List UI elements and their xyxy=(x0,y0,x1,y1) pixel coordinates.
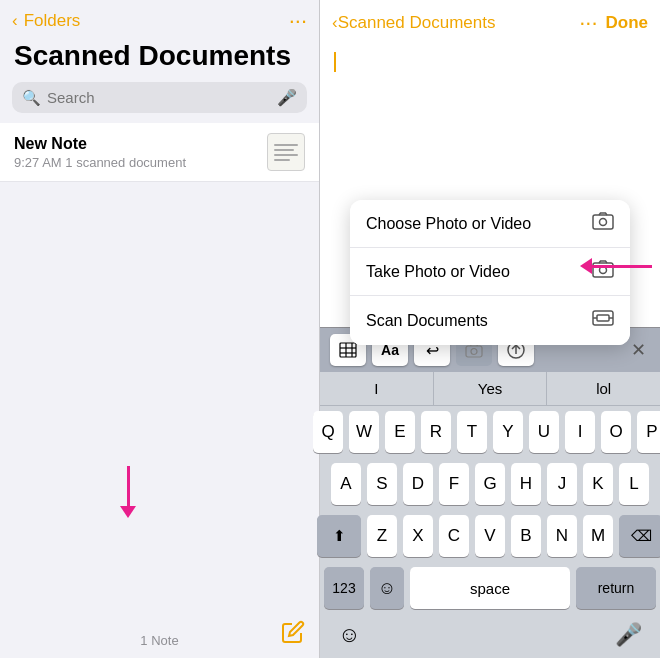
note-item-text: New Note 9:27 AM 1 scanned document xyxy=(14,135,257,170)
thumb-line xyxy=(274,154,298,156)
key-k[interactable]: K xyxy=(583,463,613,505)
thumb-line xyxy=(274,144,298,146)
note-item[interactable]: New Note 9:27 AM 1 scanned document xyxy=(0,123,319,182)
key-u[interactable]: U xyxy=(529,411,559,453)
right-more-button[interactable]: ··· xyxy=(579,10,597,36)
arrow-shaft-right xyxy=(592,265,652,268)
key-l[interactable]: L xyxy=(619,463,649,505)
thumb-lines xyxy=(270,140,302,165)
note-count: 1 Note xyxy=(140,633,178,648)
key-d[interactable]: D xyxy=(403,463,433,505)
keyboard-row-3: ⬆ Z X C V B N M ⌫ xyxy=(320,510,660,562)
return-key[interactable]: return xyxy=(576,567,656,609)
keyboard-close-button[interactable]: ✕ xyxy=(627,335,650,365)
scan-arrow-annotation xyxy=(580,258,652,274)
left-title: Scanned Documents xyxy=(0,36,319,82)
number-key[interactable]: 123 xyxy=(324,567,364,609)
scan-documents-icon xyxy=(592,308,614,333)
compose-button[interactable] xyxy=(281,620,305,650)
shift-key[interactable]: ⬆ xyxy=(317,515,361,557)
key-m[interactable]: M xyxy=(583,515,613,557)
choose-photo-label: Choose Photo or Video xyxy=(366,215,582,233)
note-meta: 9:27 AM 1 scanned document xyxy=(14,155,257,170)
key-b[interactable]: B xyxy=(511,515,541,557)
key-s[interactable]: S xyxy=(367,463,397,505)
key-f[interactable]: F xyxy=(439,463,469,505)
keyboard-area: I Yes lol Q W E R T Y U I O P A S D F G … xyxy=(320,372,660,658)
key-h[interactable]: H xyxy=(511,463,541,505)
arrow-shaft xyxy=(127,466,130,506)
left-back-label[interactable]: Folders xyxy=(24,11,81,31)
done-button[interactable]: Done xyxy=(606,13,649,33)
key-p[interactable]: P xyxy=(637,411,660,453)
key-v[interactable]: V xyxy=(475,515,505,557)
note-thumbnail xyxy=(267,133,305,171)
key-e[interactable]: E xyxy=(385,411,415,453)
keyboard-row-1: Q W E R T Y U I O P xyxy=(320,406,660,458)
key-a[interactable]: A xyxy=(331,463,361,505)
key-t[interactable]: T xyxy=(457,411,487,453)
predictive-row: I Yes lol xyxy=(320,372,660,406)
choose-photo-icon xyxy=(592,212,614,235)
keyboard-mic-button[interactable]: 🎤 xyxy=(605,616,652,654)
left-panel: ‹ Folders ··· Scanned Documents 🔍 🎤 New … xyxy=(0,0,320,658)
space-key[interactable]: space xyxy=(410,567,570,609)
emoji-button[interactable]: ☺ xyxy=(328,616,370,654)
key-q[interactable]: Q xyxy=(313,411,343,453)
predictive-word-2[interactable]: Yes xyxy=(434,372,548,405)
left-back-icon: ‹ xyxy=(12,11,18,31)
keyboard-bottom-row: 123 ☺ space return xyxy=(320,562,660,614)
left-footer: 1 Note xyxy=(0,623,319,658)
keyboard-accessory-row: ☺ 🎤 xyxy=(320,614,660,658)
arrow-head xyxy=(120,506,136,518)
text-cursor xyxy=(334,52,336,72)
predictive-word-3[interactable]: lol xyxy=(547,372,660,405)
space-label: space xyxy=(470,580,510,597)
key-z[interactable]: Z xyxy=(367,515,397,557)
predictive-word-1[interactable]: I xyxy=(320,372,434,405)
key-g[interactable]: G xyxy=(475,463,505,505)
right-nav: ‹ Scanned Documents ··· Done xyxy=(320,0,660,40)
svg-rect-0 xyxy=(593,215,613,229)
key-x[interactable]: X xyxy=(403,515,433,557)
key-r[interactable]: R xyxy=(421,411,451,453)
svg-point-1 xyxy=(600,219,607,226)
popup-item-scan-documents[interactable]: Scan Documents xyxy=(350,296,630,345)
left-more-button[interactable]: ··· xyxy=(289,10,307,32)
arrow-head-right xyxy=(580,258,592,274)
svg-rect-5 xyxy=(597,315,609,321)
search-bar[interactable]: 🔍 🎤 xyxy=(12,82,307,113)
thumb-line xyxy=(274,159,290,161)
left-nav: ‹ Folders ··· xyxy=(0,0,319,36)
emoji-key[interactable]: ☺ xyxy=(370,567,404,609)
take-photo-label: Take Photo or Video xyxy=(366,263,582,281)
key-j[interactable]: J xyxy=(547,463,577,505)
down-arrow-annotation xyxy=(120,466,136,518)
right-back-label[interactable]: Scanned Documents xyxy=(338,13,496,33)
num-label: 123 xyxy=(332,580,355,596)
popup-item-choose-photo[interactable]: Choose Photo or Video xyxy=(350,200,630,248)
svg-rect-8 xyxy=(340,343,356,357)
down-arrow xyxy=(120,466,136,518)
key-i[interactable]: I xyxy=(565,411,595,453)
svg-rect-13 xyxy=(466,346,482,357)
note-title: New Note xyxy=(14,135,257,153)
search-icon: 🔍 xyxy=(22,89,41,107)
key-c[interactable]: C xyxy=(439,515,469,557)
key-n[interactable]: N xyxy=(547,515,577,557)
right-panel: ‹ Scanned Documents ··· Done Choose Phot… xyxy=(320,0,660,658)
keyboard-row-2: A S D F G H J K L xyxy=(320,458,660,510)
search-input[interactable] xyxy=(47,89,271,106)
return-label: return xyxy=(598,580,635,596)
key-y[interactable]: Y xyxy=(493,411,523,453)
notes-list: New Note 9:27 AM 1 scanned document xyxy=(0,123,319,623)
mic-icon: 🎤 xyxy=(277,88,297,107)
key-o[interactable]: O xyxy=(601,411,631,453)
scan-documents-label: Scan Documents xyxy=(366,312,582,330)
svg-point-14 xyxy=(471,348,477,354)
delete-key[interactable]: ⌫ xyxy=(619,515,660,557)
key-w[interactable]: W xyxy=(349,411,379,453)
thumb-line xyxy=(274,149,294,151)
